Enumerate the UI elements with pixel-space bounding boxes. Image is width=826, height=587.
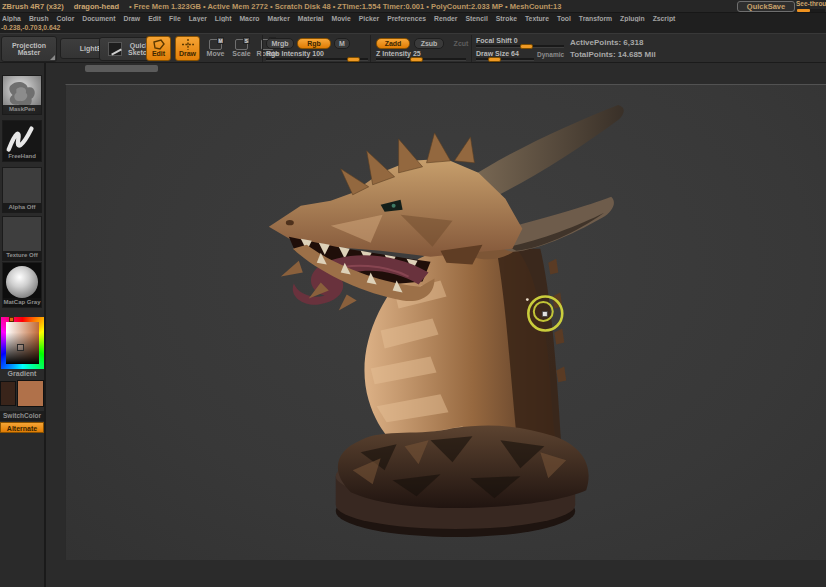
secondary-color-swatch[interactable] [0,381,16,406]
z-intensity-handle[interactable] [410,57,423,62]
menu-item-preferences[interactable]: Preferences [386,15,427,22]
see-through-handle[interactable] [797,9,810,12]
quicksave-button[interactable]: QuickSave [737,1,795,12]
projection-master-label: Projection Master [4,42,54,57]
menu-item-texture[interactable]: Texture [524,15,550,22]
draw-label: Draw [179,50,196,58]
memory-stats-readout: • Free Mem 1.323GB • Active Mem 2772 • S… [129,2,561,11]
document-name-label: dragon-head [74,2,119,11]
cursor-position-readout: -0.238,-0.703,0.642 [1,24,60,31]
menu-item-alpha[interactable]: Alpha [1,15,22,22]
material-sphere-icon [6,266,38,298]
zadd-button[interactable]: Zadd [376,38,410,49]
canvas-scrollbar-handle[interactable] [85,65,158,72]
see-through-label: See-through [796,0,826,8]
current-alpha-thumbnail[interactable]: Alpha Off [2,167,42,213]
brush-cursor [528,297,562,331]
sculpt-canvas[interactable] [65,84,826,560]
menu-item-tool[interactable]: Tool [556,15,572,22]
scale-badge: S [243,37,250,44]
draw-mode-button[interactable]: Draw [175,36,200,61]
menu-item-movie[interactable]: Movie [330,15,351,22]
menu-item-document[interactable]: Document [81,15,116,22]
top-toolbar: Projection Master LightBox Quick Sketch … [0,33,826,63]
menu-item-stroke[interactable]: Stroke [495,15,518,22]
edit-polygon-icon [153,39,165,50]
zbrush-window: MaskPen FreeHand Alpha Off Texture Off M… [0,0,826,587]
alpha-name-label: Alpha Off [3,203,41,212]
dragon-sculpture [66,85,826,560]
menu-item-material[interactable]: Material [297,15,325,22]
switchcolor-button[interactable]: SwitchColor [0,411,44,421]
material-name-label: MatCap Gray [3,298,41,307]
left-shelf: MaskPen FreeHand Alpha Off Texture Off M… [0,63,46,587]
menu-item-light[interactable]: Light [214,15,233,22]
pencil-sketch-icon [108,42,122,56]
mrgb-button[interactable]: Mrgb [266,38,294,49]
alternate-button[interactable]: Alternate [0,422,44,433]
edit-mode-button[interactable]: Edit [146,36,171,61]
menu-item-file[interactable]: File [168,15,182,22]
move-label: Move [207,50,225,58]
focal-shift-label: Focal Shift 0 [476,37,564,44]
gradient-label[interactable]: Gradient [0,370,44,377]
scale-gyro-icon: S [235,39,248,50]
move-gyro-icon: M [209,39,222,50]
current-stroke-thumbnail[interactable]: FreeHand [2,120,42,162]
focal-shift-slider[interactable]: Focal Shift 0 [476,37,564,48]
menu-item-transform[interactable]: Transform [578,15,613,22]
current-texture-thumbnail[interactable]: Texture Off [2,216,42,261]
menubar-items: AlphaBrushColorDocumentDrawEditFileLayer… [0,13,826,22]
texture-name-label: Texture Off [3,251,41,260]
menu-item-zscript[interactable]: Zscript [652,15,677,22]
rgb-intensity-slider[interactable]: Rgb Intensity 100 [266,50,368,61]
title-bar: ZBrush 4R7 (x32) dragon-head • Free Mem … [0,0,826,13]
menu-item-render[interactable]: Render [433,15,458,22]
menu-item-marker[interactable]: Marker [266,15,290,22]
draw-crosshair-icon [182,39,194,50]
scale-mode-button[interactable]: S Scale [229,36,254,61]
move-mode-button[interactable]: M Move [203,36,228,61]
menu-item-zplugin[interactable]: Zplugin [619,15,646,22]
rgb-intensity-label: Rgb Intensity 100 [266,50,368,57]
stroke-name-label: FreeHand [3,152,41,161]
menu-item-color[interactable]: Color [56,15,76,22]
total-points-readout: TotalPoints: 14.685 Mil [570,50,656,59]
dynamic-toggle[interactable]: Dynamic [537,51,564,58]
menu-bar: AlphaBrushColorDocumentDrawEditFileLayer… [0,13,826,33]
draw-size-slider[interactable]: Draw Size 64 [476,50,534,61]
focal-shift-handle[interactable] [520,44,533,49]
color-picker[interactable] [1,317,44,369]
draw-size-label: Draw Size 64 [476,50,534,57]
menu-item-macro[interactable]: Macro [238,15,260,22]
saturation-value-square[interactable] [6,322,39,364]
edit-label: Edit [152,50,165,58]
m-button[interactable]: M [334,38,350,49]
menu-item-brush[interactable]: Brush [28,15,50,22]
menu-item-picker[interactable]: Picker [358,15,380,22]
app-version-label: ZBrush 4R7 (x32) [2,2,64,11]
menu-item-stencil[interactable]: Stencil [465,15,489,22]
rgb-button[interactable]: Rgb [297,38,331,49]
brush-name-label: MaskPen [3,105,41,114]
z-intensity-label: Z Intensity 25 [376,50,466,57]
projection-master-button[interactable]: Projection Master [1,36,57,62]
menu-item-edit[interactable]: Edit [147,15,162,22]
current-brush-thumbnail[interactable]: MaskPen [2,75,42,115]
current-material-thumbnail[interactable]: MatCap Gray [2,262,42,308]
zsub-button[interactable]: Zsub [414,38,444,49]
scale-label: Scale [232,50,250,58]
active-points-readout: ActivePoints: 6,318 [570,38,643,47]
rgb-intensity-handle[interactable] [347,57,360,62]
canvas-area [46,63,826,587]
color-cursor [17,344,24,351]
see-through-slider[interactable]: See-through [796,0,826,13]
main-color-swatch[interactable] [17,380,44,407]
draw-size-handle[interactable] [488,57,501,62]
move-badge: M [217,37,224,44]
menu-item-draw[interactable]: Draw [123,15,142,22]
corner-fold-icon [50,55,55,60]
z-intensity-slider[interactable]: Z Intensity 25 [376,50,466,61]
menu-item-layer[interactable]: Layer [188,15,208,22]
